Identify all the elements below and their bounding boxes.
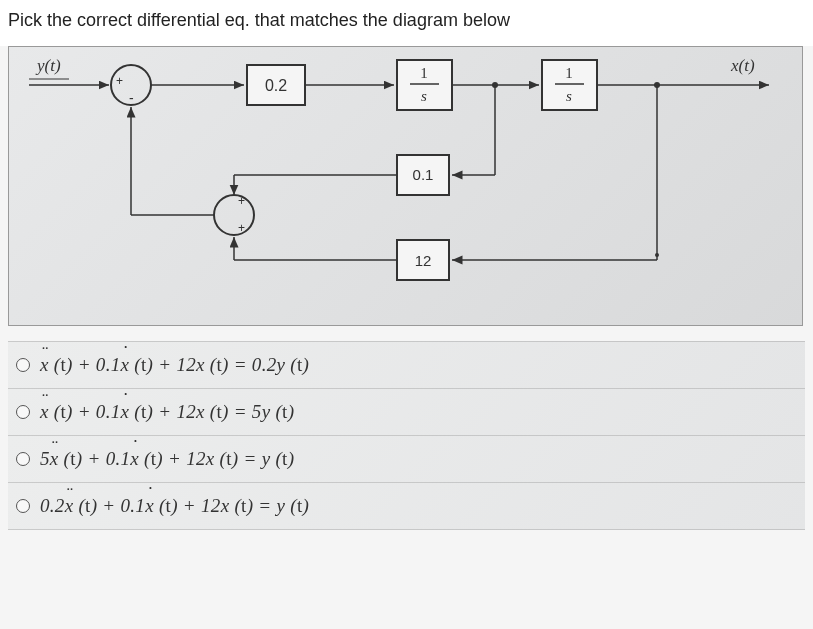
answer-options: x (t) + 0.1x (t) + 12x (t) = 0.2y (t) x … bbox=[8, 341, 805, 530]
feedback-gain-2-value: 12 bbox=[415, 252, 432, 269]
option-4-text: 0.2x (t) + 0.1x (t) + 12x (t) = y (t) bbox=[40, 495, 309, 517]
feedback-gain-1-value: 0.1 bbox=[413, 166, 434, 183]
sum1-plus: + bbox=[116, 74, 123, 88]
int1-num: 1 bbox=[420, 65, 428, 81]
node-dot bbox=[655, 253, 659, 257]
question-prompt: Pick the correct differential eq. that m… bbox=[0, 0, 813, 46]
option-2-text: x (t) + 0.1x (t) + 12x (t) = 5y (t) bbox=[40, 401, 294, 423]
input-label: y(t) bbox=[35, 56, 61, 75]
block-diagram: y(t) + - 0.2 1 s 1 s x(t) 0.1 12 bbox=[8, 46, 803, 326]
option-3[interactable]: 5x (t) + 0.1x (t) + 12x (t) = y (t) bbox=[8, 436, 805, 483]
int1-den: s bbox=[421, 88, 427, 104]
sum2-plus2: + bbox=[238, 221, 245, 235]
radio-icon bbox=[16, 358, 30, 372]
option-4[interactable]: 0.2x (t) + 0.1x (t) + 12x (t) = y (t) bbox=[8, 483, 805, 530]
option-1-text: x (t) + 0.1x (t) + 12x (t) = 0.2y (t) bbox=[40, 354, 309, 376]
option-3-text: 5x (t) + 0.1x (t) + 12x (t) = y (t) bbox=[40, 448, 294, 470]
option-1[interactable]: x (t) + 0.1x (t) + 12x (t) = 0.2y (t) bbox=[8, 341, 805, 389]
int2-den: s bbox=[566, 88, 572, 104]
radio-icon bbox=[16, 405, 30, 419]
sum2-plus1: + bbox=[238, 194, 245, 208]
summing-junction-2 bbox=[214, 195, 254, 235]
option-2[interactable]: x (t) + 0.1x (t) + 12x (t) = 5y (t) bbox=[8, 389, 805, 436]
sum1-minus: - bbox=[129, 90, 134, 106]
output-label: x(t) bbox=[730, 56, 755, 75]
radio-icon bbox=[16, 452, 30, 466]
int2-num: 1 bbox=[565, 65, 573, 81]
radio-icon bbox=[16, 499, 30, 513]
gain-main-value: 0.2 bbox=[265, 77, 287, 94]
